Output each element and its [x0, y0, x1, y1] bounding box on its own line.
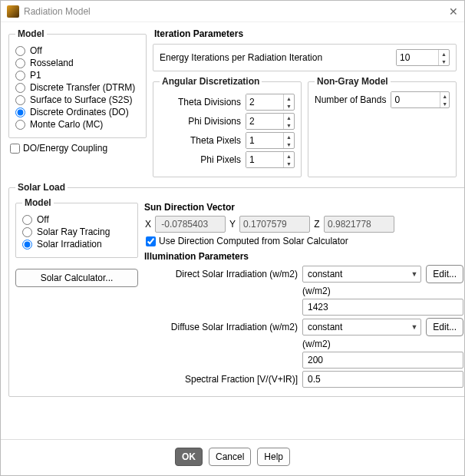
- bands-spinner[interactable]: ▲▼: [391, 91, 450, 108]
- ok-button[interactable]: OK: [175, 448, 203, 466]
- close-icon[interactable]: ✕: [449, 5, 458, 18]
- do-energy-row[interactable]: DO/Energy Coupling: [10, 143, 147, 154]
- diffuse-label: Diffuse Solar Irradiation (w/m2): [144, 322, 298, 332]
- radio-s2s[interactable]: [15, 95, 25, 105]
- window-title: Radiation Model: [24, 6, 449, 17]
- sun-vector-row: X Y Z: [144, 216, 463, 233]
- model-option-mc[interactable]: Monte Carlo (MC): [15, 119, 140, 130]
- iteration-input[interactable]: [397, 50, 438, 65]
- model-options: Off Rosseland P1 Discrete Transfer (DTRM…: [15, 45, 140, 130]
- phi-px-input[interactable]: [246, 152, 283, 167]
- direct-method-select[interactable]: constant ▼: [302, 266, 421, 283]
- model-option-off[interactable]: Off: [15, 45, 140, 56]
- down-icon[interactable]: ▼: [439, 58, 449, 65]
- nongray-group: Non-Gray Model Number of Bands ▲▼: [308, 76, 457, 177]
- diffuse-value-input[interactable]: [302, 352, 463, 369]
- phi-div-spinner[interactable]: ▲▼: [246, 113, 295, 130]
- spectral-value-input[interactable]: [302, 371, 463, 388]
- model-group: Model Off Rosseland P1 Discrete Transfer…: [8, 28, 147, 138]
- down-icon[interactable]: ▼: [284, 140, 294, 148]
- radio-solar-off[interactable]: [22, 215, 32, 225]
- direct-label: Direct Solar Irradiation (w/m2): [144, 269, 298, 279]
- y-label: Y: [229, 219, 236, 230]
- radio-mc[interactable]: [15, 120, 25, 130]
- theta-px-spinner[interactable]: ▲▼: [246, 132, 295, 149]
- direct-unit: (w/m2): [302, 286, 331, 296]
- iteration-arrows[interactable]: ▲▼: [438, 50, 449, 65]
- bands-label: Number of Bands: [315, 94, 386, 105]
- model-legend: Model: [15, 28, 47, 39]
- radio-solar-irr[interactable]: [22, 240, 32, 250]
- down-icon[interactable]: ▼: [284, 160, 294, 167]
- down-icon[interactable]: ▼: [284, 102, 294, 110]
- illumination-params: Direct Solar Irradiation (w/m2) constant…: [144, 265, 463, 388]
- sun-x-input[interactable]: [155, 216, 226, 233]
- model-option-rosseland[interactable]: Rosseland: [15, 58, 140, 68]
- model-option-dtrm[interactable]: Discrete Transfer (DTRM): [15, 82, 140, 93]
- sun-vector-heading: Sun Direction Vector: [144, 202, 463, 213]
- diffuse-unit: (w/m2): [302, 339, 331, 349]
- direct-edit-button[interactable]: Edit...: [426, 265, 463, 283]
- up-icon[interactable]: ▲: [440, 92, 449, 100]
- up-icon[interactable]: ▲: [439, 50, 449, 58]
- angular-legend: Angular Discretization: [160, 76, 262, 87]
- down-icon[interactable]: ▼: [284, 121, 294, 129]
- chevron-down-icon: ▼: [411, 270, 417, 278]
- up-icon[interactable]: ▲: [284, 133, 294, 140]
- diffuse-method-select[interactable]: constant ▼: [302, 319, 421, 336]
- theta-div-spinner[interactable]: ▲▼: [246, 94, 295, 111]
- solar-load-group: Solar Load Model Off Solar Ray Tracing S…: [8, 182, 464, 397]
- help-button[interactable]: Help: [257, 448, 290, 466]
- iteration-label: Energy Iterations per Radiation Iteratio…: [160, 52, 390, 63]
- theta-div-input[interactable]: [246, 94, 283, 110]
- model-option-s2s[interactable]: Surface to Surface (S2S): [15, 94, 140, 105]
- up-icon[interactable]: ▲: [284, 152, 294, 160]
- use-calc-checkbox[interactable]: [146, 236, 156, 246]
- radio-p1[interactable]: [15, 71, 25, 81]
- bands-input[interactable]: [391, 92, 440, 107]
- z-label: Z: [313, 219, 321, 230]
- solar-load-legend: Solar Load: [15, 182, 68, 193]
- model-option-do[interactable]: Discrete Ordinates (DO): [15, 107, 140, 117]
- nongray-legend: Non-Gray Model: [315, 76, 391, 87]
- use-calc-row[interactable]: Use Direction Computed from Solar Calcul…: [146, 236, 463, 246]
- solar-option-ray[interactable]: Solar Ray Tracing: [22, 226, 131, 237]
- theta-div-label: Theta Divisions: [178, 97, 241, 107]
- dialog-window: Radiation Model ✕ Model Off Rosseland P1…: [0, 0, 465, 476]
- solar-model-legend: Model: [22, 197, 54, 208]
- phi-px-label: Phi Pixels: [200, 154, 241, 165]
- radio-dtrm[interactable]: [15, 83, 25, 93]
- iteration-heading: Iteration Parameters: [154, 28, 457, 39]
- solar-model-group: Model Off Solar Ray Tracing Solar Irradi…: [15, 197, 138, 258]
- angular-group: Angular Discretization Theta Divisions ▲…: [153, 76, 302, 177]
- titlebar: Radiation Model ✕: [1, 1, 464, 22]
- cancel-button[interactable]: Cancel: [209, 448, 251, 466]
- solar-option-off[interactable]: Off: [22, 214, 131, 225]
- iteration-box: Energy Iterations per Radiation Iteratio…: [153, 44, 457, 71]
- sun-z-input[interactable]: [324, 216, 394, 233]
- iteration-spinner[interactable]: ▲▼: [396, 49, 450, 66]
- radio-off[interactable]: [15, 46, 25, 56]
- up-icon[interactable]: ▲: [284, 114, 294, 121]
- phi-px-spinner[interactable]: ▲▼: [246, 151, 295, 168]
- down-icon[interactable]: ▼: [440, 100, 449, 107]
- x-label: X: [144, 219, 152, 230]
- theta-px-input[interactable]: [246, 133, 283, 148]
- solar-option-irr[interactable]: Solar Irradiation: [22, 239, 131, 250]
- model-option-p1[interactable]: P1: [15, 70, 140, 81]
- solar-calculator-button[interactable]: Solar Calculator...: [15, 269, 138, 287]
- spectral-label: Spectral Fraction [V/(V+IR)]: [144, 374, 298, 385]
- sun-y-input[interactable]: [239, 216, 310, 233]
- chevron-down-icon: ▼: [411, 323, 417, 331]
- radio-do[interactable]: [15, 107, 25, 117]
- radio-rosseland[interactable]: [15, 58, 25, 68]
- direct-value-input[interactable]: [302, 299, 463, 316]
- do-energy-label: DO/Energy Coupling: [23, 143, 107, 154]
- dialog-content: Model Off Rosseland P1 Discrete Transfer…: [1, 22, 464, 439]
- theta-px-label: Theta Pixels: [190, 135, 241, 146]
- diffuse-edit-button[interactable]: Edit...: [426, 318, 463, 336]
- radio-solar-ray[interactable]: [22, 227, 32, 237]
- up-icon[interactable]: ▲: [284, 94, 294, 102]
- phi-div-input[interactable]: [246, 114, 283, 129]
- do-energy-checkbox[interactable]: [10, 144, 20, 154]
